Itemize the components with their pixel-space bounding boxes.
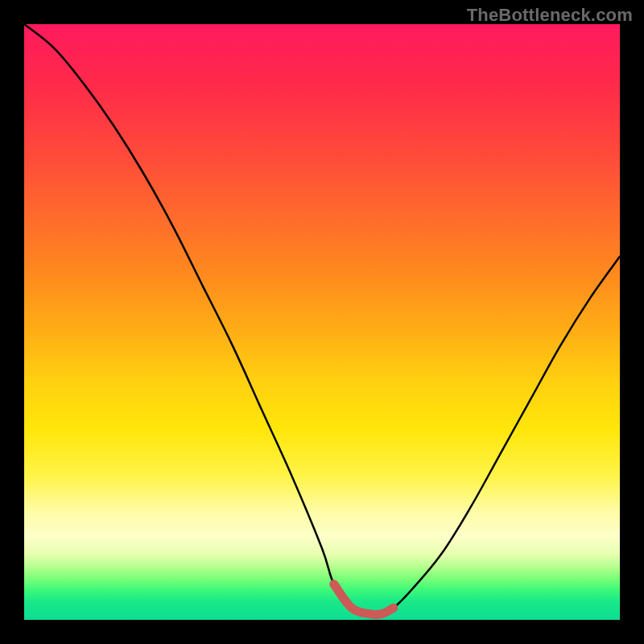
trough-highlight: [334, 584, 394, 615]
chart-frame: TheBottleneck.com: [0, 0, 644, 644]
watermark-text: TheBottleneck.com: [467, 5, 633, 26]
curve-svg: [24, 24, 620, 620]
plot-area: [24, 24, 620, 620]
bottleneck-curve: [24, 24, 620, 615]
